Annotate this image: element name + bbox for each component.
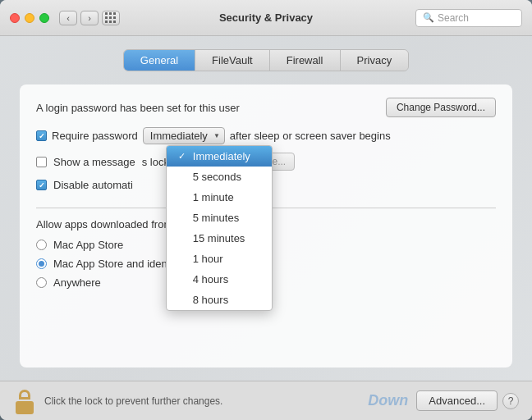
dropdown-selected-value: Immediately (150, 130, 208, 142)
dropdown-option-5minutes[interactable]: 5 minutes (167, 208, 272, 228)
option-label: 1 hour (193, 253, 223, 265)
tabs-container: General FileVault Firewall Privacy (20, 49, 512, 71)
password-timing-dropdown[interactable]: Immediately (143, 127, 225, 144)
dropdown-option-5seconds[interactable]: 5 seconds (167, 167, 272, 187)
dropdown-menu: ✓ Immediately 5 seconds 1 minute (166, 145, 273, 311)
main-window: ‹ › Security & Privacy 🔍 Search General … (0, 0, 532, 420)
mac-app-store-identified-radio[interactable] (36, 258, 47, 269)
option-label: 15 minutes (193, 232, 245, 244)
forward-button[interactable]: › (80, 11, 99, 25)
options-section: Require password Immediately ✓ Immediate… (36, 127, 496, 191)
login-password-row: A login password has been set for this u… (36, 98, 496, 117)
nav-buttons: ‹ › (59, 11, 99, 25)
disable-auto-checkbox[interactable] (36, 180, 47, 190)
search-icon: 🔍 (423, 12, 434, 23)
dropdown-option-4hours[interactable]: 4 hours (167, 269, 272, 290)
check-icon: ✓ (178, 151, 188, 162)
advanced-button[interactable]: Advanced... (416, 390, 498, 411)
help-button[interactable]: ? (502, 393, 519, 409)
content-area: General FileVault Firewall Privacy A log… (0, 36, 532, 381)
disable-auto-text: Disable automati (53, 179, 133, 191)
dropdown-option-8hours[interactable]: 8 hours (167, 290, 272, 310)
option-label: 4 hours (193, 273, 228, 285)
maximize-button[interactable] (39, 13, 49, 23)
show-message-checkbox[interactable] (36, 157, 47, 167)
bottom-bar: Click the lock to prevent further change… (0, 381, 532, 420)
option-label: 1 minute (193, 191, 234, 203)
dropdown-option-1hour[interactable]: 1 hour (167, 249, 272, 269)
search-input[interactable]: Search (438, 12, 515, 24)
tab-firewall[interactable]: Firewall (270, 50, 341, 71)
option-label: 5 seconds (193, 171, 241, 183)
close-button[interactable] (10, 13, 20, 23)
watermark: Down (368, 392, 408, 409)
tab-privacy[interactable]: Privacy (341, 50, 409, 71)
option-label: 5 minutes (193, 212, 239, 224)
anywhere-label: Anywhere (53, 276, 101, 289)
show-message-text: Show a message (53, 156, 135, 168)
require-password-row: Require password Immediately ✓ Immediate… (36, 127, 496, 144)
option-label: Immediately (193, 150, 250, 162)
anywhere-radio[interactable] (36, 277, 47, 288)
change-password-button[interactable]: Change Password... (386, 98, 496, 117)
tab-general[interactable]: General (124, 50, 195, 71)
login-password-text: A login password has been set for this u… (36, 102, 240, 114)
settings-panel: A login password has been set for this u… (20, 84, 512, 368)
dropdown-option-1minute[interactable]: 1 minute (167, 187, 272, 208)
window-title: Security & Privacy (219, 11, 313, 24)
lock-icon[interactable] (13, 388, 36, 414)
grid-button[interactable] (102, 11, 120, 25)
lock-shackle (19, 390, 30, 399)
option-label: 8 hours (193, 294, 228, 306)
tabs: General FileVault Firewall Privacy (123, 49, 409, 71)
lock-body (16, 401, 34, 414)
require-password-checkbox[interactable] (36, 130, 47, 141)
dropdown-option-15minutes[interactable]: 15 minutes (167, 228, 272, 249)
dropdown-option-immediately[interactable]: ✓ Immediately (167, 146, 272, 167)
require-password-suffix: after sleep or screen saver begins (230, 130, 391, 142)
traffic-lights (10, 13, 49, 23)
lock-text: Click the lock to prevent further change… (44, 395, 368, 407)
grid-icon (105, 12, 117, 24)
mac-app-store-label: Mac App Store (53, 239, 123, 251)
titlebar: ‹ › Security & Privacy 🔍 Search (0, 0, 532, 36)
dropdown-container: Immediately ✓ Immediately 5 seconds (143, 127, 225, 144)
mac-app-store-radio[interactable] (36, 240, 47, 250)
require-password-prefix: Require password (52, 130, 138, 142)
search-box[interactable]: 🔍 Search (415, 9, 522, 27)
tab-filevault[interactable]: FileVault (195, 50, 270, 71)
back-button[interactable]: ‹ (59, 11, 77, 25)
minimize-button[interactable] (25, 13, 34, 23)
